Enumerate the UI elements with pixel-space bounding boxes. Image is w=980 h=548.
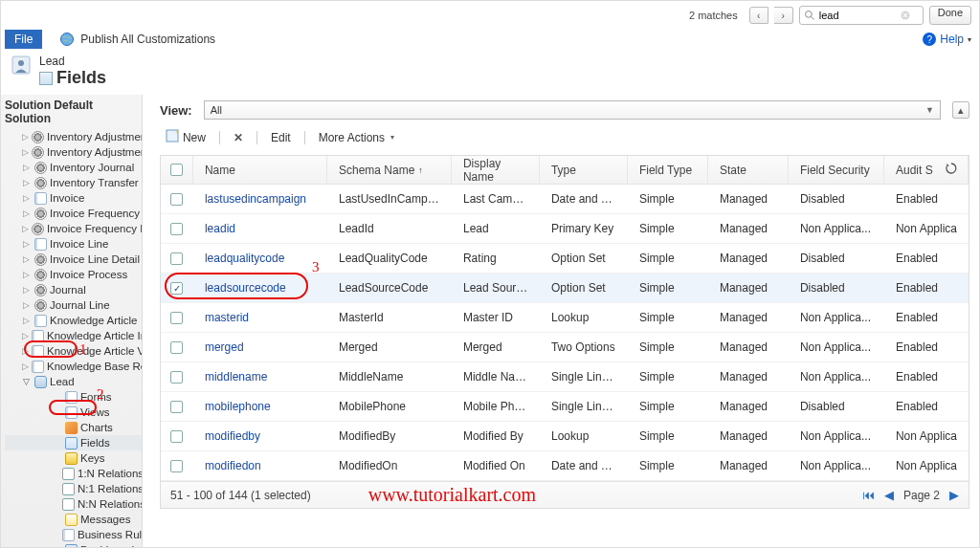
cell-name[interactable]: leadid [193, 222, 327, 235]
tree-twisty[interactable]: ▷ [22, 316, 31, 325]
tree-item[interactable]: ▷Journal [5, 282, 142, 297]
cell-name[interactable]: leadqualitycode [193, 252, 327, 265]
pager-first-button[interactable]: ⏮ [862, 488, 875, 502]
tree-item[interactable]: ▷Inventory Journal [5, 160, 142, 175]
tree-twisty[interactable]: ▽ [22, 377, 31, 386]
row-checkbox[interactable] [170, 371, 183, 384]
table-row[interactable]: modifiedbyModifiedByModified ByLookupSim… [161, 422, 969, 451]
find-input[interactable] [819, 10, 896, 21]
tree-item[interactable]: ▶N:1 Relationships [5, 481, 142, 496]
tree-item[interactable]: ▶Messages [5, 512, 142, 527]
tree-twisty[interactable]: ▷ [22, 270, 31, 279]
tree-twisty[interactable]: ▷ [22, 224, 29, 233]
refresh-icon[interactable] [945, 162, 958, 178]
tree-twisty[interactable]: ▷ [22, 300, 31, 310]
cell-name[interactable]: masterid [193, 311, 327, 324]
cell-name[interactable]: lastusedincampaign [193, 192, 327, 206]
tree-item[interactable]: ▷Invoice Line [5, 236, 142, 252]
row-checkbox[interactable] [170, 430, 183, 443]
tree-item-lead[interactable]: ▽Lead [5, 374, 142, 389]
view-select[interactable]: All ▼ [204, 100, 941, 120]
row-checkbox[interactable] [170, 252, 183, 265]
row-checkbox[interactable] [170, 401, 183, 413]
tree-item[interactable]: ▷Knowledge Article Incident [5, 328, 142, 343]
table-row[interactable]: leadsourcecodeLeadSourceCodeLead SourceO… [161, 274, 969, 303]
tree-item[interactable]: ▷Invoice Process [5, 267, 142, 282]
more-actions-button[interactable]: More Actions▾ [313, 129, 400, 146]
tree-item[interactable]: ▶Charts [5, 420, 142, 435]
row-checkbox[interactable] [170, 223, 183, 235]
row-checkbox[interactable] [170, 341, 183, 354]
tree-item[interactable]: ▷Inventory Transfer [5, 175, 142, 190]
cell-name[interactable]: modifiedon [193, 459, 327, 472]
table-row[interactable]: mobilephoneMobilePhoneMobile PhoneSingle… [161, 392, 969, 422]
tree-item[interactable]: ▶Dashboards [5, 542, 142, 547]
file-menu-button[interactable]: File [5, 30, 42, 49]
col-fieldsecurity[interactable]: Field Security [789, 156, 884, 184]
table-row[interactable]: leadidLeadIdLeadPrimary KeySimpleManaged… [161, 214, 969, 244]
tree-twisty[interactable]: ▷ [22, 346, 29, 356]
cell-name[interactable]: mobilephone [193, 400, 327, 413]
delete-button[interactable]: ✕ [228, 129, 249, 146]
cell-name[interactable]: middlename [193, 370, 327, 384]
tree-item[interactable]: ▶Fields [5, 435, 142, 450]
table-row[interactable]: modifiedonModifiedOnModified OnDate and … [161, 451, 969, 481]
tree-item[interactable]: ▶1:N Relationships [5, 466, 142, 481]
tree-twisty[interactable]: ▷ [22, 254, 31, 264]
find-next-button[interactable]: › [774, 7, 793, 24]
tree-item[interactable]: ▶Business Rules [5, 527, 142, 542]
clear-search-icon[interactable] [900, 10, 911, 21]
tree-twisty[interactable]: ▷ [22, 208, 31, 218]
row-checkbox[interactable] [170, 193, 183, 206]
tree-item[interactable]: ▷Invoice Line Detail [5, 252, 142, 267]
col-name[interactable]: Name [193, 156, 327, 184]
table-row[interactable]: leadqualitycodeLeadQualityCodeRatingOpti… [161, 244, 969, 274]
tree-item[interactable]: ▶Keys [5, 450, 142, 466]
table-row[interactable]: mergedMergedMergedTwo OptionsSimpleManag… [161, 333, 969, 362]
col-state[interactable]: State [708, 156, 789, 184]
cell-name[interactable]: merged [193, 340, 327, 354]
find-box[interactable] [799, 6, 924, 25]
collapse-view-button[interactable]: ▴ [952, 101, 969, 119]
tree-item[interactable]: ▷Inventory Adjustment Product [5, 144, 142, 160]
tree-item[interactable]: ▷Knowledge Base Record [5, 359, 142, 374]
tree-item[interactable]: ▷Invoice Frequency [5, 206, 142, 221]
tree-twisty[interactable]: ▷ [22, 239, 31, 249]
row-checkbox[interactable] [170, 460, 183, 472]
col-fieldtype[interactable]: Field Type [628, 156, 708, 184]
tree-item[interactable]: ▷Knowledge Article Views [5, 343, 142, 359]
help-button[interactable]: ? Help ▾ [923, 33, 971, 46]
col-display[interactable]: Display Name [452, 156, 540, 184]
row-checkbox[interactable] [170, 312, 183, 324]
tree-item[interactable]: ▷Knowledge Article [5, 313, 142, 328]
tree-twisty[interactable]: ▷ [22, 331, 29, 340]
find-prev-button[interactable]: ‹ [749, 7, 768, 24]
tree-item[interactable]: ▷Invoice Frequency Detail [5, 221, 142, 236]
tree-twisty[interactable]: ▷ [22, 132, 29, 142]
tree-twisty[interactable]: ▷ [22, 178, 31, 187]
tree-item[interactable]: ▶Forms [5, 389, 142, 405]
cell-name[interactable]: leadsourcecode [193, 281, 327, 295]
tree-item[interactable]: ▶N:N Relationships [5, 496, 142, 512]
cell-name[interactable]: modifiedby [193, 429, 327, 443]
tree-twisty[interactable]: ▷ [22, 285, 31, 295]
tree-twisty[interactable]: ▷ [22, 362, 29, 371]
table-row[interactable]: middlenameMiddleNameMiddle NameSingle Li… [161, 362, 969, 392]
publish-all-button[interactable]: Publish All Customizations [59, 32, 215, 47]
col-type[interactable]: Type [540, 156, 628, 184]
col-audit[interactable]: Audit S [884, 156, 969, 184]
pager-next-button[interactable]: ▶ [949, 488, 959, 502]
table-row[interactable]: masteridMasterIdMaster IDLookupSimpleMan… [161, 303, 969, 333]
row-checkbox[interactable] [170, 282, 183, 295]
table-row[interactable]: lastusedincampaignLastUsedInCampaignLast… [161, 185, 969, 214]
tree-twisty[interactable]: ▷ [22, 163, 31, 172]
tree-item[interactable]: ▷InvoiceInvoice [5, 190, 142, 206]
new-button[interactable]: New [160, 127, 212, 147]
tree-twisty[interactable]: ▷ [22, 193, 31, 203]
tree-twisty[interactable]: ▷ [22, 147, 29, 157]
tree-item[interactable]: ▶Views [5, 405, 142, 420]
find-done-button[interactable]: Done [929, 6, 971, 25]
tree-item[interactable]: ▷Journal Line [5, 297, 142, 313]
edit-button[interactable]: Edit [265, 129, 297, 146]
pager-prev-button[interactable]: ◀ [884, 488, 894, 502]
